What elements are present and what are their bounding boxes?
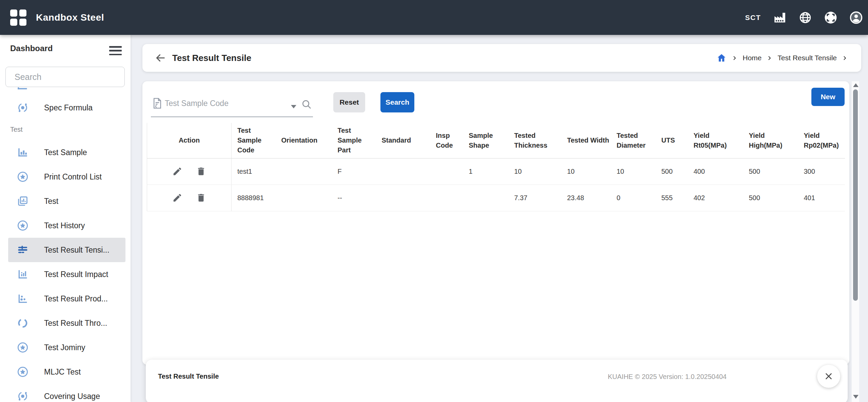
cell: 1 xyxy=(463,158,509,185)
sidebar-item-test-result-prod[interactable]: Test Result Prod... xyxy=(8,287,125,311)
results-table-container: Action Test Sample Code Orientation Test… xyxy=(147,123,845,221)
cell: 402 xyxy=(688,185,743,211)
close-icon xyxy=(824,371,834,381)
sidebar-search-input[interactable] xyxy=(15,72,124,82)
edit-icon[interactable] xyxy=(172,166,182,176)
app-title: Kandbox Steel xyxy=(36,12,104,23)
chevron-right-icon xyxy=(842,55,848,61)
sidebar-item-test-result-impact[interactable]: Test Result Impact xyxy=(8,262,125,287)
breadcrumb-home[interactable]: Home xyxy=(743,54,762,62)
cell xyxy=(376,185,430,211)
close-button[interactable] xyxy=(817,365,840,388)
scrollbar-thumb[interactable] xyxy=(853,89,858,301)
sidebar-item-test-result-thro[interactable]: Test Result Thro... xyxy=(8,311,125,335)
star-circle-icon xyxy=(17,366,28,378)
cell: 23.48 xyxy=(561,185,611,211)
cell: 10 xyxy=(509,158,561,185)
vertical-scrollbar xyxy=(852,81,859,402)
sidebar-item-test[interactable]: Test xyxy=(8,189,125,213)
cell: 8888981 xyxy=(232,185,276,211)
edit-icon[interactable] xyxy=(172,193,182,203)
factory-icon[interactable] xyxy=(773,11,786,24)
cell: 10 xyxy=(611,158,656,185)
breadcrumb-current[interactable]: Test Result Tensile xyxy=(777,54,837,62)
cell: 500 xyxy=(743,185,798,211)
cell xyxy=(430,185,463,211)
topbar-actions: SCT xyxy=(745,0,863,35)
input-underline xyxy=(151,117,313,117)
search-button[interactable]: Search xyxy=(380,92,414,112)
chevron-right-icon xyxy=(767,55,772,61)
sidebar-item-test-history[interactable]: Test History xyxy=(8,213,125,238)
cell: 401 xyxy=(798,185,845,211)
donut-arc-icon xyxy=(17,317,28,329)
sidebar-section-test: Test xyxy=(10,126,23,133)
sidebar-item-mljc-test[interactable]: MLJC Test xyxy=(8,360,125,384)
scroll-down-arrow-icon[interactable] xyxy=(853,395,859,399)
test-sample-code-input[interactable] xyxy=(165,96,289,111)
home-icon[interactable] xyxy=(716,53,727,63)
sidebar-item-test-jominy[interactable]: Test Jominy xyxy=(8,335,125,360)
globe-icon[interactable] xyxy=(799,11,812,24)
delete-icon[interactable] xyxy=(196,166,206,176)
fullscreen-icon[interactable] xyxy=(824,11,837,24)
reset-button[interactable]: Reset xyxy=(333,92,365,112)
account-icon[interactable] xyxy=(850,11,863,24)
sidebar-header: Dashboard xyxy=(10,44,53,53)
main-card: Reset Search New Action Test Sample Code… xyxy=(142,81,849,365)
col-header: Tested Thickness xyxy=(509,123,561,158)
app-root: { "topbar": { "title": "Kandbox Steel", … xyxy=(0,0,868,402)
cell xyxy=(463,185,509,211)
cell: test1 xyxy=(232,158,276,185)
col-header: Test Sample Code xyxy=(232,123,276,158)
col-header: Orientation xyxy=(276,123,332,158)
col-header: Tested Diameter xyxy=(611,123,656,158)
table-row: 8888981 -- 7.37 23.48 0 555 402 500 401 xyxy=(147,185,845,211)
file-document-icon xyxy=(152,98,163,109)
sidebar-item-test-sample[interactable]: Test Sample xyxy=(8,140,125,165)
col-header: Test Sample Part xyxy=(332,123,376,158)
cell xyxy=(430,158,463,185)
apps-grid-icon[interactable] xyxy=(10,9,26,26)
cell: 300 xyxy=(798,158,845,185)
sidebar: Dashboard Spec Formula Test Test Sample … xyxy=(0,35,131,402)
cell: F xyxy=(332,158,376,185)
chart-pages-icon xyxy=(17,195,28,207)
chevron-down-icon[interactable] xyxy=(291,105,296,108)
sidebar-item-print-control-list[interactable]: Print Control List xyxy=(8,165,125,189)
ionic-icon xyxy=(17,390,28,402)
cell: -- xyxy=(332,185,376,211)
menu-icon[interactable] xyxy=(109,46,122,55)
breadcrumb: Home Test Result Tensile xyxy=(716,44,848,72)
cell: 555 xyxy=(656,185,688,211)
sidebar-item-spec-formula[interactable]: Spec Formula xyxy=(8,96,125,120)
sidebar-item-covering-usage[interactable]: Covering Usage xyxy=(8,384,125,402)
plant-code-label[interactable]: SCT xyxy=(745,14,761,22)
clipped-menu-icon xyxy=(16,87,37,91)
col-header: Yield High(MPa) xyxy=(743,123,798,158)
col-header: UTS xyxy=(656,123,688,158)
delete-icon[interactable] xyxy=(196,193,206,203)
cell xyxy=(376,158,430,185)
cell: 7.37 xyxy=(509,185,561,211)
new-button[interactable]: New xyxy=(811,88,845,106)
sidebar-search xyxy=(5,67,125,87)
results-table: Action Test Sample Code Orientation Test… xyxy=(147,123,845,211)
cell: 10 xyxy=(561,158,611,185)
cell: 500 xyxy=(743,158,798,185)
table-header-row: Action Test Sample Code Orientation Test… xyxy=(147,123,845,158)
search-icon[interactable] xyxy=(301,99,312,110)
back-arrow-icon[interactable] xyxy=(155,52,166,64)
cell: 500 xyxy=(656,158,688,185)
cell xyxy=(276,158,332,185)
tune-icon xyxy=(17,244,28,256)
column-chart-icon xyxy=(17,269,28,280)
col-header: Standard xyxy=(376,123,430,158)
star-circle-icon xyxy=(17,171,28,183)
col-header: Yield Rp02(MPa) xyxy=(798,123,845,158)
scroll-up-arrow-icon[interactable] xyxy=(853,83,859,87)
sidebar-item-test-result-tensile[interactable]: Test Result Tensi... xyxy=(8,238,125,262)
footer-card: Test Result Tensile KUAIHE © 2025 Versio… xyxy=(146,360,848,402)
scatter-chart-icon xyxy=(17,293,28,304)
footer-title: Test Result Tensile xyxy=(158,373,219,380)
